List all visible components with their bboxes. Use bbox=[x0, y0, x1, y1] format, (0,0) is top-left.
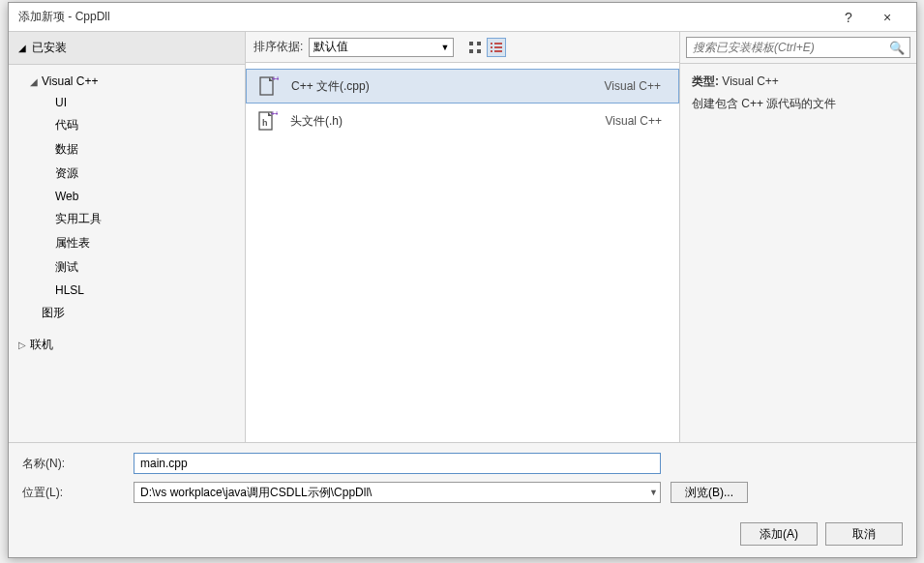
cancel-button[interactable]: 取消 bbox=[825, 522, 903, 546]
name-row: 名称(N): bbox=[22, 453, 903, 474]
tree-label: 联机 bbox=[30, 337, 53, 353]
chevron-right-icon: ▷ bbox=[18, 340, 30, 350]
grid-icon bbox=[468, 41, 482, 54]
tree-label: Web bbox=[55, 190, 78, 203]
tree-label: 代码 bbox=[55, 117, 78, 133]
tree-label: UI bbox=[55, 96, 67, 109]
svg-text:h: h bbox=[262, 118, 268, 128]
svg-rect-7 bbox=[494, 46, 502, 48]
template-language: Visual C++ bbox=[581, 79, 669, 93]
tree-item-code[interactable]: 代码 bbox=[9, 113, 245, 137]
list-icon bbox=[490, 41, 503, 54]
svg-rect-8 bbox=[491, 50, 492, 52]
add-button[interactable]: 添加(A) bbox=[740, 522, 818, 546]
chevron-down-icon: ◢ bbox=[18, 43, 26, 53]
template-name: 头文件(.h) bbox=[290, 113, 582, 130]
tree-label: 实用工具 bbox=[55, 211, 102, 227]
location-row: 位置(L): ▼ 浏览(B)... bbox=[22, 482, 903, 503]
dialog-title: 添加新项 - CppDll bbox=[18, 9, 829, 25]
sort-label: 排序依据: bbox=[253, 39, 303, 55]
search-input[interactable] bbox=[686, 37, 910, 58]
svg-rect-2 bbox=[469, 49, 473, 53]
svg-rect-6 bbox=[491, 46, 492, 48]
template-info: 类型: Visual C++ 创建包含 C++ 源代码的文件 bbox=[680, 64, 916, 128]
installed-label: 已安装 bbox=[32, 40, 67, 56]
svg-text:++: ++ bbox=[271, 110, 278, 117]
tree-label: Visual C++ bbox=[42, 74, 98, 88]
category-sidebar: ◢ 已安装 ◢ Visual C++ UI 代码 数据 资源 Web 实用工具 … bbox=[9, 32, 246, 442]
template-panel: 排序依据: 默认值 ▼ bbox=[246, 32, 679, 442]
tree-label: 属性表 bbox=[55, 235, 90, 252]
template-language: Visual C++ bbox=[582, 114, 670, 128]
search-icon[interactable]: 🔍 bbox=[889, 41, 905, 55]
tree-label: 数据 bbox=[55, 141, 78, 158]
tree-item-test[interactable]: 测试 bbox=[9, 255, 245, 280]
template-list: ++ C++ 文件(.cpp) Visual C++ h++ 头文件(.h) V… bbox=[246, 63, 679, 442]
template-name: C++ 文件(.cpp) bbox=[291, 78, 581, 95]
tree-item-web[interactable]: Web bbox=[9, 186, 245, 207]
svg-rect-3 bbox=[477, 49, 481, 53]
location-input[interactable] bbox=[134, 482, 661, 503]
svg-rect-4 bbox=[491, 43, 492, 44]
chevron-down-icon: ◢ bbox=[30, 76, 42, 87]
installed-header[interactable]: ◢ 已安装 bbox=[9, 32, 245, 65]
help-button[interactable]: ? bbox=[829, 3, 868, 32]
tree-label: 资源 bbox=[55, 165, 78, 182]
sort-dropdown[interactable]: 默认值 ▼ bbox=[309, 38, 454, 57]
dialog-footer: 添加(A) 取消 bbox=[9, 515, 916, 557]
details-panel: 🔍 类型: Visual C++ 创建包含 C++ 源代码的文件 bbox=[679, 32, 916, 442]
tree-item-resource[interactable]: 资源 bbox=[9, 162, 245, 186]
main-area: ◢ 已安装 ◢ Visual C++ UI 代码 数据 资源 Web 实用工具 … bbox=[9, 32, 916, 443]
header-file-icon: h++ bbox=[255, 109, 279, 133]
tree-item-hlsl[interactable]: HLSL bbox=[9, 280, 245, 301]
category-tree: ◢ Visual C++ UI 代码 数据 资源 Web 实用工具 属性表 测试… bbox=[9, 65, 245, 363]
tree-label: 测试 bbox=[55, 259, 78, 276]
add-new-item-dialog: 添加新项 - CppDll ? × ◢ 已安装 ◢ Visual C++ UI … bbox=[8, 2, 917, 558]
tree-item-ui[interactable]: UI bbox=[9, 92, 245, 113]
tree-label: 图形 bbox=[42, 305, 65, 321]
view-buttons bbox=[465, 38, 506, 57]
name-input[interactable] bbox=[134, 453, 661, 474]
template-cpp-file[interactable]: ++ C++ 文件(.cpp) Visual C++ bbox=[246, 69, 679, 104]
template-toolbar: 排序依据: 默认值 ▼ bbox=[246, 32, 679, 63]
view-medium-icons-button[interactable] bbox=[465, 38, 485, 57]
cpp-file-icon: ++ bbox=[256, 74, 280, 98]
location-label: 位置(L): bbox=[22, 485, 134, 501]
info-type-row: 类型: Visual C++ bbox=[692, 74, 905, 90]
tree-item-graphics[interactable]: 图形 bbox=[9, 301, 245, 325]
titlebar: 添加新项 - CppDll ? × bbox=[9, 3, 916, 32]
svg-rect-5 bbox=[494, 43, 502, 44]
svg-rect-9 bbox=[494, 50, 502, 52]
tree-item-utilities[interactable]: 实用工具 bbox=[9, 207, 245, 231]
svg-text:++: ++ bbox=[272, 75, 279, 82]
form-area: 名称(N): 位置(L): ▼ 浏览(B)... bbox=[9, 443, 916, 515]
tree-item-online[interactable]: ▷ 联机 bbox=[9, 333, 245, 357]
view-list-button[interactable] bbox=[487, 38, 506, 57]
svg-rect-0 bbox=[469, 42, 473, 45]
tree-item-data[interactable]: 数据 bbox=[9, 137, 245, 162]
sort-value: 默认值 bbox=[313, 39, 348, 55]
tree-label: HLSL bbox=[55, 283, 84, 297]
tree-item-visual-cpp[interactable]: ◢ Visual C++ bbox=[9, 71, 245, 92]
type-label: 类型: bbox=[692, 74, 719, 88]
name-label: 名称(N): bbox=[22, 456, 134, 472]
info-description: 创建包含 C++ 源代码的文件 bbox=[692, 96, 905, 112]
tree-item-prop-sheets[interactable]: 属性表 bbox=[9, 231, 245, 255]
template-header-file[interactable]: h++ 头文件(.h) Visual C++ bbox=[246, 104, 679, 138]
chevron-down-icon[interactable]: ▼ bbox=[649, 488, 658, 497]
svg-rect-1 bbox=[477, 42, 481, 45]
search-bar: 🔍 bbox=[680, 32, 916, 64]
type-value: Visual C++ bbox=[722, 74, 778, 88]
chevron-down-icon: ▼ bbox=[440, 43, 449, 52]
browse-button[interactable]: 浏览(B)... bbox=[671, 482, 748, 503]
close-button[interactable]: × bbox=[868, 3, 907, 32]
dialog-content: ◢ 已安装 ◢ Visual C++ UI 代码 数据 资源 Web 实用工具 … bbox=[9, 32, 916, 557]
